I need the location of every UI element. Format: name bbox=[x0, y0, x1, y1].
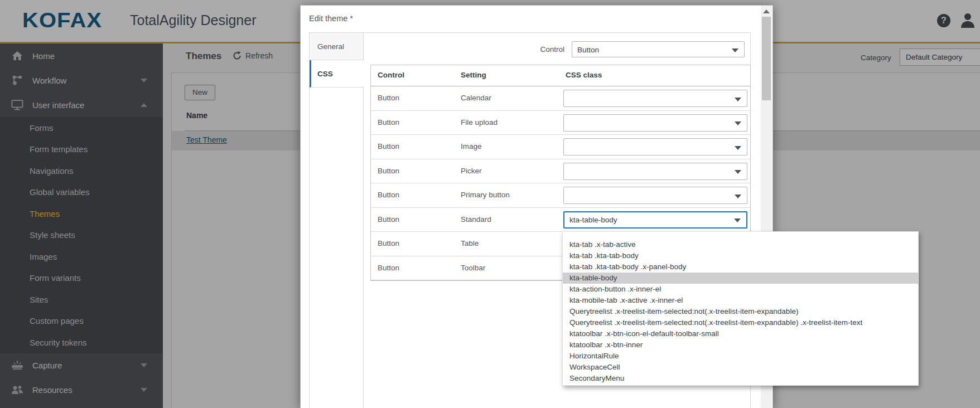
css-setting-row-primary-button: ButtonPrimary button bbox=[371, 183, 750, 208]
dropdown-option[interactable]: ktatoolbar .x-btn-icon-el-default-toolba… bbox=[563, 328, 918, 339]
cell-setting: Table bbox=[461, 239, 479, 247]
cell-control: Button bbox=[378, 94, 399, 102]
cell-setting: Image bbox=[461, 142, 482, 150]
dropdown-option[interactable]: kta-mobile-tab .x-active .x-inner-el bbox=[563, 295, 918, 306]
css-setting-row-standard: ButtonStandardkta-table-body bbox=[371, 208, 750, 232]
cell-control: Button bbox=[378, 118, 399, 127]
cell-setting: Toolbar bbox=[461, 264, 485, 272]
tab-css[interactable]: CSS bbox=[310, 60, 364, 88]
dropdown-option[interactable]: kta-tab .kta-tab-body .x-panel-body bbox=[563, 261, 918, 273]
dropdown-option[interactable]: WorkspaceCell bbox=[563, 362, 918, 373]
css-class-select-picker[interactable] bbox=[563, 163, 747, 180]
css-class-select-image[interactable] bbox=[563, 138, 747, 156]
chevron-down-icon bbox=[735, 195, 741, 198]
chevron-down-icon bbox=[735, 170, 741, 174]
column-header-cssclass: CSS class bbox=[566, 71, 602, 79]
tab-general[interactable]: General bbox=[310, 33, 363, 60]
css-class-select-standard[interactable]: kta-table-body bbox=[563, 211, 747, 229]
dropdown-option[interactable]: kta-action-button .x-inner-el bbox=[563, 284, 918, 295]
cell-setting: Standard bbox=[461, 215, 491, 224]
css-class-select-file-upload[interactable] bbox=[563, 114, 747, 132]
cell-control: Button bbox=[378, 167, 399, 175]
dropdown-option[interactable]: kta-tab .kta-tab-body bbox=[563, 250, 918, 261]
cell-setting: File upload bbox=[461, 118, 498, 127]
dropdown-option[interactable]: kta-tab .x-tab-active bbox=[563, 239, 918, 250]
kofax-totalagility-designer: KOFAX TotalAgility Designer ? Home Workf… bbox=[0, 0, 980, 408]
dropdown-option[interactable]: HorizontalRule bbox=[563, 351, 918, 362]
dialog-title: Edit theme * bbox=[309, 14, 353, 23]
chevron-down-icon bbox=[735, 122, 741, 125]
cell-setting: Picker bbox=[461, 167, 482, 175]
css-class-select-calendar[interactable] bbox=[563, 90, 747, 107]
cell-setting: Calendar bbox=[461, 94, 491, 102]
table-header-row: Control Setting CSS class bbox=[371, 65, 750, 86]
cell-control: Button bbox=[378, 191, 399, 199]
cell-control: Button bbox=[378, 142, 399, 150]
css-setting-row-picker: ButtonPicker bbox=[371, 159, 750, 184]
cell-setting: Primary button bbox=[461, 191, 510, 199]
dropdown-option[interactable]: SecondaryMenu bbox=[563, 373, 918, 384]
chevron-down-icon bbox=[734, 218, 741, 222]
css-setting-row-image: ButtonImage bbox=[371, 135, 750, 159]
cell-control: Button bbox=[378, 264, 399, 272]
scrollbar-thumb[interactable] bbox=[762, 17, 771, 100]
chevron-down-icon bbox=[732, 48, 738, 52]
css-setting-row-file-upload: ButtonFile upload bbox=[371, 111, 750, 135]
column-header-control: Control bbox=[378, 71, 404, 79]
tab-column: General CSS bbox=[310, 33, 364, 408]
cell-control: Button bbox=[378, 239, 399, 247]
css-class-dropdown-list: kta-tab .x-tab-activekta-tab .kta-tab-bo… bbox=[562, 231, 919, 386]
chevron-down-icon bbox=[735, 146, 741, 150]
css-class-select-primary-button[interactable] bbox=[563, 187, 747, 204]
control-select[interactable]: Button bbox=[572, 41, 745, 57]
column-header-setting: Setting bbox=[461, 71, 486, 79]
control-label: Control bbox=[522, 45, 564, 54]
dropdown-option[interactable]: ktatoolbar .x-btn-inner bbox=[563, 339, 918, 351]
dropdown-option[interactable]: Querytreelist .x-treelist-item-selected:… bbox=[563, 317, 918, 328]
css-class-select-value: kta-table-body bbox=[569, 216, 617, 224]
css-setting-row-calendar: ButtonCalendar bbox=[371, 86, 750, 111]
dropdown-option[interactable]: Querytreelist .x-treelist-item-selected:… bbox=[563, 306, 918, 317]
chevron-down-icon bbox=[735, 98, 741, 101]
dropdown-option[interactable]: kta-table-body bbox=[563, 273, 918, 284]
scrollbar-up-arrow-icon[interactable] bbox=[761, 6, 772, 17]
cell-control: Button bbox=[378, 215, 399, 224]
control-select-value: Button bbox=[577, 45, 599, 54]
